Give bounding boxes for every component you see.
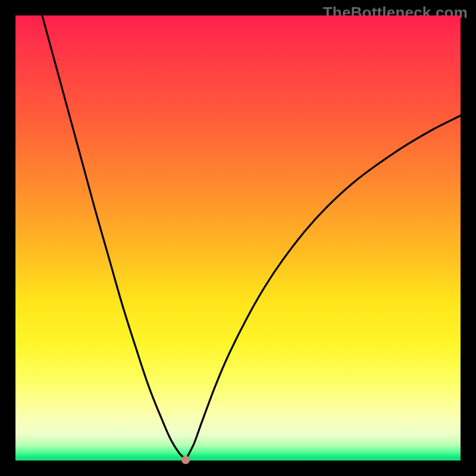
chart-frame: TheBottleneck.com	[0, 0, 476, 476]
plot-area	[15, 15, 461, 461]
curve-path	[42, 15, 461, 460]
cusp-marker	[181, 456, 190, 464]
bottleneck-curve	[15, 15, 461, 461]
